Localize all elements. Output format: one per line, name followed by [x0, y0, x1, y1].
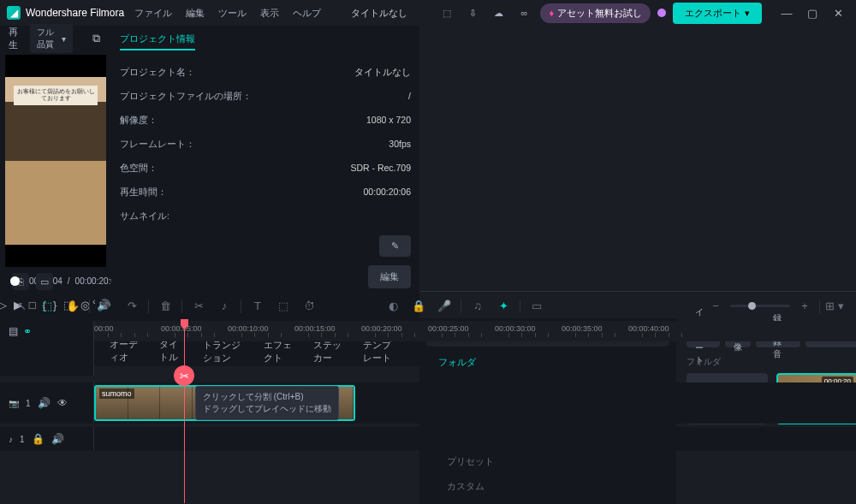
menu-help[interactable]: ヘルプ: [293, 7, 321, 20]
trial-label: アセット無料お試し: [557, 7, 642, 20]
timeline-ruler[interactable]: 00:0000:00:05:0000:00:10:0000:00:15:0000…: [94, 321, 856, 341]
audio-track-header: ♪1 🔒 🔊: [0, 427, 94, 451]
chevron-down-icon: ▾: [745, 8, 750, 19]
trial-badge[interactable]: アセット無料お試し: [540, 3, 651, 23]
render-icon[interactable]: ▭: [527, 297, 546, 316]
mic-icon[interactable]: 🎤: [435, 297, 454, 316]
ruler-mark: 00:00:25:00: [428, 324, 469, 333]
mute-track-icon[interactable]: 🔊: [51, 433, 64, 445]
ruler-mark: 00:00:15:00: [294, 324, 336, 333]
minimize-button[interactable]: —: [776, 4, 798, 21]
audio-track-icon: ♪: [9, 435, 13, 444]
ruler-mark: 00:00:35:00: [562, 324, 603, 333]
export-button[interactable]: エクスポート ▾: [673, 3, 762, 24]
select-tool[interactable]: ⬚: [38, 297, 56, 316]
menu-edit[interactable]: 編集: [186, 7, 205, 20]
edit-button[interactable]: 編集: [368, 265, 411, 288]
collapse-sidebar-icon[interactable]: ‹: [92, 296, 96, 306]
speed-tool[interactable]: ⏱: [300, 297, 318, 316]
menu-file[interactable]: ファイル: [134, 7, 172, 20]
inspector-row-6: サムネイル:: [120, 205, 411, 228]
split-tool[interactable]: ✂: [189, 297, 208, 316]
float-icon[interactable]: ⧉: [90, 29, 103, 48]
hand-tool[interactable]: ✋: [63, 297, 82, 316]
app-name: Wondershare Filmora: [26, 7, 124, 19]
zoom-in-button[interactable]: +: [795, 297, 814, 316]
menu-tools[interactable]: ツール: [218, 7, 247, 20]
inspector-row-1: プロジェクトファイルの場所：/: [120, 85, 411, 109]
split-handle[interactable]: ✂: [174, 365, 194, 386]
inspector-row-0: プロジェクト名：タイトルなし: [120, 61, 411, 85]
maximize-button[interactable]: ▢: [801, 4, 823, 21]
link-icon[interactable]: ∞: [514, 3, 533, 22]
visibility-icon[interactable]: 👁: [57, 397, 68, 409]
thumbnail-edit-button[interactable]: ✎: [379, 235, 411, 257]
folder-icon[interactable]: ▭: [36, 273, 53, 290]
music-icon[interactable]: ♫: [468, 297, 487, 316]
zoom-slider[interactable]: [730, 305, 790, 307]
clip-label: sumomo: [99, 388, 134, 399]
marker-tool[interactable]: ✦: [494, 297, 513, 316]
video-preview[interactable]: お客様にて袋詰めをお願いしております: [5, 55, 106, 267]
ruler-mark: 00:00:40:00: [628, 324, 669, 333]
zoom-out-button[interactable]: −: [706, 297, 725, 316]
video-track-icon: 📷: [9, 399, 19, 408]
audio-track[interactable]: [94, 427, 856, 451]
color-tool[interactable]: ◐: [383, 297, 402, 316]
ruler-mark: 00:00:10:00: [228, 324, 269, 333]
app-logo: ◢ Wondershare Filmora: [7, 6, 124, 20]
inspector-row-5: 再生時間：00:00:20:06: [120, 181, 411, 205]
redo-button[interactable]: ↷: [122, 297, 141, 316]
sidebar-item-5[interactable]: カスタム: [426, 474, 669, 499]
titlebar: ◢ Wondershare Filmora ファイル 編集 ツール 表示 ヘルプ…: [0, 0, 856, 26]
play-pause-button[interactable]: ▷: [0, 295, 7, 314]
split-tooltip: クリックして分割 (Ctrl+B) ドラッグしてプレイヘッドに移動: [195, 386, 339, 420]
ruler-mark: 00:00:20:00: [361, 324, 402, 333]
titlebar-actions: ⬚ ⇩ ☁ ∞ アセット無料お試し エクスポート ▾ — ▢ ✕: [437, 3, 849, 24]
ruler-mark: 00:00: [94, 324, 114, 333]
delete-button[interactable]: 🗑: [156, 297, 175, 316]
inspector-header: プロジェクト情報: [120, 33, 195, 50]
video-sign-text: お客様にて袋詰めをお願いしております: [14, 86, 98, 105]
pointer-tool[interactable]: ↖: [12, 297, 31, 316]
lock-track-icon[interactable]: 🔒: [32, 433, 45, 445]
text-tool[interactable]: T: [248, 297, 267, 316]
view-options-icon[interactable]: ⊞ ▾: [825, 297, 844, 316]
menu-view[interactable]: 表示: [260, 7, 279, 20]
audio-tool[interactable]: ♪: [215, 297, 234, 316]
mute-icon[interactable]: 🔊: [38, 397, 51, 409]
filmora-icon: ◢: [7, 6, 21, 20]
lock-icon[interactable]: 🔒: [409, 297, 428, 316]
video-track[interactable]: sumomo クリックして分割 (Ctrl+B) ドラッグしてプレイヘッドに移動: [94, 382, 856, 424]
cloud-icon[interactable]: ☁: [489, 3, 508, 22]
device-icon[interactable]: ⬚: [437, 3, 456, 22]
link-tracks-icon[interactable]: ⚭: [23, 325, 32, 337]
play-label: 再生: [9, 26, 21, 51]
account-dot[interactable]: [657, 9, 666, 17]
quality-select[interactable]: フル品質 ▾: [30, 24, 73, 53]
document-title: タイトルなし: [331, 7, 427, 20]
video-track-header: 📷1 🔊 👁: [0, 382, 94, 424]
download-icon[interactable]: ⇩: [463, 3, 482, 22]
inspector-row-4: 色空間：SDR - Rec.709: [120, 157, 411, 181]
sidebar-item-4[interactable]: プリセット: [426, 449, 669, 474]
playhead[interactable]: [184, 321, 185, 503]
inspector-row-3: フレームレート：30fps: [120, 133, 411, 157]
undo-button[interactable]: ↶: [97, 297, 116, 316]
crop-tool[interactable]: ⬚: [274, 297, 293, 316]
close-button[interactable]: ✕: [827, 4, 849, 21]
inspector-row-2: 解像度：1080 x 720: [120, 109, 411, 133]
inspector-panel: プロジェクト情報 プロジェクト名：タイトルなしプロジェクトファイルの場所：/解像…: [111, 26, 419, 318]
main-menu: ファイル 編集 ツール 表示 ヘルプ: [134, 7, 321, 20]
track-manager-icon[interactable]: ▤: [9, 325, 18, 337]
ruler-mark: 00:00:30:00: [495, 324, 536, 333]
